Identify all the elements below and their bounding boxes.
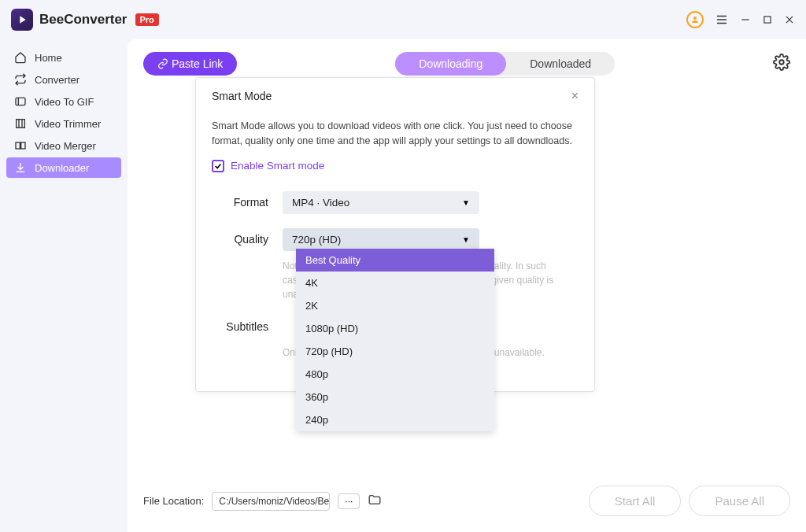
open-folder-icon[interactable] — [368, 493, 382, 510]
menu-icon[interactable] — [715, 13, 729, 27]
browse-button[interactable]: ··· — [338, 493, 360, 509]
sidebar-item-videotogif[interactable]: Video To GIF — [6, 91, 121, 112]
titlebar: BeeConverter Pro — [0, 0, 806, 39]
quality-option[interactable]: 4K — [296, 272, 494, 294]
subtitles-label: Subtitles — [212, 316, 283, 333]
gif-icon — [14, 95, 27, 108]
sidebar-item-label: Video Merger — [35, 140, 96, 152]
sidebar-item-label: Video Trimmer — [35, 118, 101, 130]
tab-downloaded[interactable]: Downloaded — [506, 52, 615, 76]
quality-select[interactable]: 720p (HD) ▼ — [283, 228, 479, 251]
tab-downloading[interactable]: Downloading — [395, 52, 506, 76]
format-label: Format — [212, 191, 283, 209]
sidebar-item-home[interactable]: Home — [6, 47, 121, 68]
modal-header: Smart Mode × — [196, 78, 594, 114]
brand: BeeConverter Pro — [11, 9, 159, 31]
chevron-down-icon: ▼ — [462, 198, 470, 207]
footer: File Location: C:/Users/moniz/Videos/Be … — [143, 478, 790, 519]
paste-link-button[interactable]: Paste Link — [143, 52, 237, 76]
paste-link-label: Paste Link — [172, 57, 223, 70]
format-select[interactable]: MP4 · Video ▼ — [283, 191, 479, 214]
content-topbar: Paste Link Downloading Downloaded — [143, 52, 790, 76]
tabs: Downloading Downloaded — [395, 52, 615, 76]
modal-close-icon[interactable]: × — [571, 89, 579, 103]
format-value: MP4 · Video — [292, 197, 349, 209]
pro-badge: Pro — [135, 13, 159, 26]
quality-option[interactable]: 240p — [296, 408, 494, 431]
enable-smart-mode-label: Enable Smart mode — [231, 160, 324, 172]
trimmer-icon — [14, 117, 27, 130]
svg-point-16 — [779, 60, 784, 65]
sidebar-item-label: Downloader — [35, 162, 89, 174]
svg-point-0 — [693, 17, 697, 20]
sidebar-item-converter[interactable]: Converter — [6, 69, 121, 90]
quality-dropdown: Best Quality 4K 2K 1080p (HD) 720p (HD) … — [296, 249, 494, 431]
svg-rect-5 — [764, 17, 771, 23]
merger-icon — [14, 139, 27, 152]
minimize-icon[interactable] — [740, 14, 751, 25]
converter-icon — [14, 73, 27, 86]
chevron-down-icon: ▼ — [462, 235, 470, 244]
svg-rect-13 — [16, 142, 20, 149]
sidebar-item-label: Video To GIF — [35, 96, 94, 108]
start-all-button[interactable]: Start All — [589, 486, 682, 516]
app-logo — [11, 9, 33, 31]
settings-icon[interactable] — [773, 54, 790, 74]
quality-option[interactable]: 360p — [296, 386, 494, 408]
user-icon[interactable] — [686, 11, 704, 28]
sidebar-item-trimmer[interactable]: Video Trimmer — [6, 113, 121, 134]
quality-value: 720p (HD) — [292, 234, 341, 246]
maximize-icon[interactable] — [762, 14, 773, 25]
sidebar-item-downloader[interactable]: Downloader — [6, 157, 121, 178]
quality-option[interactable]: Best Quality — [296, 249, 494, 272]
sidebar-item-label: Converter — [35, 74, 79, 86]
quality-option[interactable]: 480p — [296, 363, 494, 386]
file-location-label: File Location: — [143, 495, 204, 507]
sidebar: Home Converter Video To GIF Video Trimme… — [0, 39, 128, 532]
svg-rect-10 — [17, 120, 25, 128]
modal-description: Smart Mode allows you to download videos… — [212, 119, 579, 149]
svg-rect-8 — [16, 98, 25, 105]
enable-smart-mode-checkbox[interactable] — [212, 160, 224, 172]
download-icon — [14, 161, 27, 174]
modal-title: Smart Mode — [212, 90, 272, 102]
home-icon — [14, 51, 27, 64]
pause-all-button[interactable]: Pause All — [689, 486, 790, 516]
quality-option[interactable]: 2K — [296, 294, 494, 317]
svg-rect-14 — [21, 142, 25, 149]
close-icon[interactable] — [784, 14, 795, 25]
sidebar-item-merger[interactable]: Video Merger — [6, 135, 121, 156]
file-location-path[interactable]: C:/Users/moniz/Videos/Be — [212, 492, 330, 511]
sidebar-item-label: Home — [35, 52, 62, 64]
window-controls — [686, 11, 795, 28]
quality-option[interactable]: 1080p (HD) — [296, 317, 494, 340]
quality-label: Quality — [212, 228, 283, 246]
brand-name: BeeConverter — [39, 12, 128, 28]
quality-option[interactable]: 720p (HD) — [296, 340, 494, 363]
